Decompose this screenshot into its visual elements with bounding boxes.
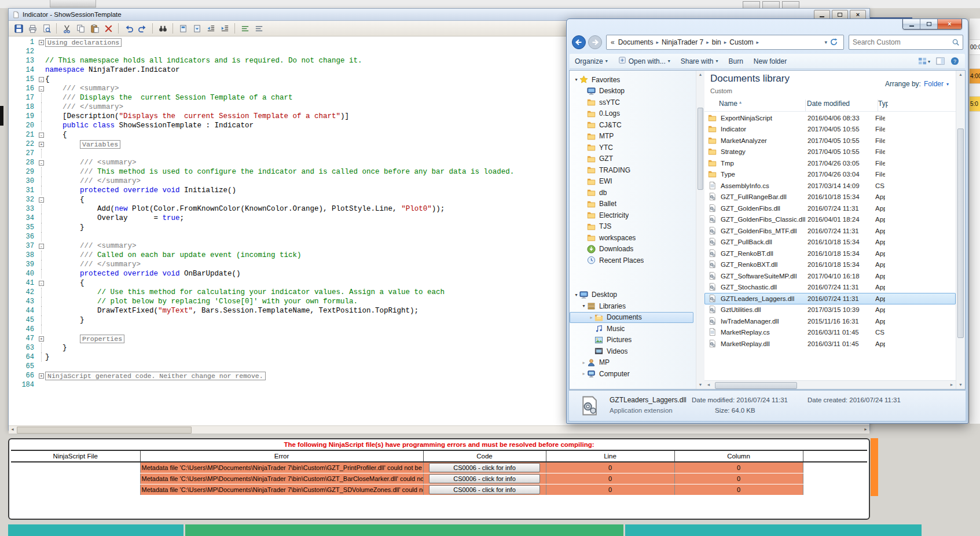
chevron-down-icon[interactable]: ▾ bbox=[822, 39, 829, 45]
sidebar-item-ssytc[interactable]: ssYTC bbox=[570, 97, 696, 108]
cut-icon[interactable] bbox=[60, 22, 73, 35]
menu-item-burn[interactable]: Burn bbox=[723, 54, 748, 68]
sidebar-item-desktop[interactable]: Desktop bbox=[570, 86, 696, 97]
file-row[interactable]: GZT_GoldenFibs_Classic.dll2016/04/01 18:… bbox=[704, 214, 956, 226]
sidebar-item-mp[interactable]: ▸MP bbox=[570, 357, 696, 369]
scroll-up-icon[interactable]: ▲ bbox=[956, 71, 965, 79]
bookmark-next-icon[interactable] bbox=[190, 22, 203, 35]
find-icon[interactable] bbox=[156, 22, 169, 35]
error-row[interactable]: Metadata file 'C:\Users\MP\Documents\Nin… bbox=[11, 484, 867, 495]
sidebar-item-music[interactable]: Music bbox=[570, 323, 696, 335]
expander-arrow[interactable]: ▾ bbox=[573, 292, 579, 298]
sidebar-item-trading[interactable]: TRADING bbox=[570, 164, 696, 176]
copy-icon[interactable] bbox=[74, 22, 87, 35]
forward-button[interactable] bbox=[588, 35, 603, 50]
file-list-hscrollbar[interactable]: ◄ ► bbox=[704, 380, 956, 389]
arrange-by[interactable]: Arrange by: Folder ▾ bbox=[885, 80, 949, 88]
fold-marker[interactable]: + bbox=[38, 38, 45, 47]
breadcrumb[interactable]: « Documents▸NinjaTrader 7▸bin▸Custom▸ ▾ bbox=[606, 35, 844, 50]
search-input[interactable] bbox=[849, 38, 952, 46]
sidebar-item-ytc[interactable]: YTC bbox=[570, 142, 696, 153]
column-header-date-modified[interactable]: Date modified bbox=[806, 100, 878, 111]
comment-icon[interactable] bbox=[238, 22, 251, 35]
fold-marker[interactable]: - bbox=[38, 75, 45, 84]
menu-item-organize[interactable]: Organize▾ bbox=[570, 54, 613, 68]
sidebar-item-ewi[interactable]: EWI bbox=[570, 176, 696, 188]
minimize-button[interactable] bbox=[903, 19, 920, 29]
print-icon[interactable] bbox=[26, 22, 39, 35]
file-row[interactable]: ExportNinjaScript2016/04/06 08:33File fo… bbox=[704, 112, 956, 124]
scroll-right-icon[interactable]: ► bbox=[862, 426, 869, 433]
fold-marker[interactable]: + bbox=[38, 139, 45, 149]
file-row[interactable]: Tmp2017/04/26 03:05File folder bbox=[704, 157, 956, 169]
breadcrumb-segment[interactable]: bin bbox=[710, 38, 723, 46]
menu-item-share-with[interactable]: Share with▾ bbox=[676, 54, 724, 68]
help-button[interactable]: ? bbox=[950, 57, 959, 65]
save-icon[interactable] bbox=[12, 22, 25, 35]
breadcrumb-segment[interactable]: Documents bbox=[616, 38, 655, 46]
scroll-left-icon[interactable]: ◄ bbox=[704, 381, 713, 389]
fold-marker[interactable]: - bbox=[38, 158, 45, 167]
scroll-down-icon[interactable]: ▼ bbox=[956, 381, 965, 389]
error-code-button[interactable]: CS0006 - click for info bbox=[429, 485, 540, 494]
sidebar-item-gzt[interactable]: GZT bbox=[570, 153, 696, 165]
refresh-icon[interactable] bbox=[829, 36, 841, 48]
minimize-button[interactable] bbox=[814, 10, 830, 20]
file-row[interactable]: MarketReplay.dll2016/03/11 01:45Applicat… bbox=[704, 338, 956, 350]
sidebar-item-electricity[interactable]: Electricity bbox=[570, 210, 696, 221]
sidebar-item-mtp[interactable]: MTP bbox=[570, 131, 696, 142]
breadcrumb-separator-icon[interactable]: ▸ bbox=[723, 39, 728, 45]
fold-marker[interactable]: - bbox=[38, 84, 45, 93]
breadcrumb-separator-icon[interactable]: ▸ bbox=[755, 39, 761, 45]
scrollbar-thumb[interactable] bbox=[957, 129, 964, 338]
file-row[interactable]: GztUtilities.dll2017/03/15 10:39Applicat… bbox=[704, 304, 956, 316]
breadcrumb-overflow-icon[interactable]: « bbox=[611, 38, 615, 46]
navigation-scrollbar[interactable]: ▲ ▼ bbox=[696, 71, 704, 389]
paste-icon[interactable] bbox=[88, 22, 101, 35]
column-header-name[interactable]: Name bbox=[704, 100, 806, 111]
sidebar-item-videos[interactable]: Videos bbox=[570, 346, 696, 357]
fold-marker[interactable]: - bbox=[38, 195, 45, 204]
file-row[interactable]: MarketAnalyzer2017/04/05 10:55File folde… bbox=[704, 135, 956, 146]
file-row[interactable]: MarketReplay.cs2016/03/11 01:45CS File bbox=[704, 327, 956, 339]
bookmark-icon[interactable] bbox=[177, 22, 189, 35]
delete-icon[interactable] bbox=[102, 22, 115, 35]
change-view-button[interactable]: ▾ bbox=[918, 57, 930, 65]
file-row[interactable]: GZT_RenkoBXT.dll2016/10/18 15:34Applicat… bbox=[704, 259, 956, 271]
maximize-button[interactable] bbox=[832, 10, 848, 20]
breadcrumb-segment[interactable]: NinjaTrader 7 bbox=[660, 38, 705, 46]
maximize-button[interactable] bbox=[920, 19, 938, 29]
scrollbar-thumb[interactable] bbox=[698, 108, 703, 190]
close-button[interactable]: × bbox=[938, 19, 961, 29]
fold-marker[interactable]: + bbox=[38, 334, 45, 343]
menu-item-open-with[interactable]: Open with...▾ bbox=[613, 54, 676, 68]
indent-more-icon[interactable] bbox=[218, 22, 231, 35]
error-row[interactable]: Metadata file 'C:\Users\MP\Documents\Nin… bbox=[11, 473, 867, 484]
file-row[interactable]: Strategy2017/04/05 10:55File folder bbox=[704, 146, 956, 158]
sidebar-item-pictures[interactable]: Pictures bbox=[570, 335, 696, 346]
preview-pane-button[interactable] bbox=[936, 57, 945, 65]
fold-marker[interactable]: - bbox=[38, 241, 45, 251]
sidebar-item-db[interactable]: db bbox=[570, 187, 696, 199]
sidebar-item-documents[interactable]: ▸Documents bbox=[570, 312, 693, 324]
print-preview-icon[interactable] bbox=[40, 22, 53, 35]
breadcrumb-separator-icon[interactable]: ▸ bbox=[655, 39, 660, 45]
file-row[interactable]: GZT_SoftwareSuiteMP.dll2017/04/10 16:18A… bbox=[704, 270, 956, 282]
sidebar-item-favorites[interactable]: ▾Favorites bbox=[570, 74, 696, 86]
uncomment-icon[interactable] bbox=[252, 22, 265, 35]
arrange-by-value[interactable]: Folder bbox=[924, 80, 944, 88]
breadcrumb-segment[interactable]: Custom bbox=[728, 38, 755, 46]
expander-arrow[interactable]: ▸ bbox=[581, 371, 587, 376]
close-button[interactable]: × bbox=[850, 10, 866, 20]
search-box[interactable] bbox=[849, 35, 963, 50]
file-row[interactable]: Type2017/04/26 03:04File folder bbox=[704, 169, 956, 181]
file-row[interactable]: GZT_GoldenFibs.dll2016/07/24 11:31Applic… bbox=[704, 203, 956, 214]
sidebar-item-computer[interactable]: ▸Computer bbox=[570, 368, 696, 380]
fold-marker[interactable]: - bbox=[38, 278, 45, 288]
sidebar-item-cj-tc[interactable]: CJ&TC bbox=[570, 119, 696, 131]
file-row[interactable]: GZT_RenkoBT.dll2016/10/18 15:34Applicati… bbox=[704, 248, 956, 259]
back-button[interactable] bbox=[571, 35, 586, 50]
scroll-right-icon[interactable]: ► bbox=[948, 381, 956, 389]
sidebar-item-workspaces[interactable]: workspaces bbox=[570, 232, 696, 244]
expander-arrow[interactable]: ▾ bbox=[581, 303, 587, 309]
